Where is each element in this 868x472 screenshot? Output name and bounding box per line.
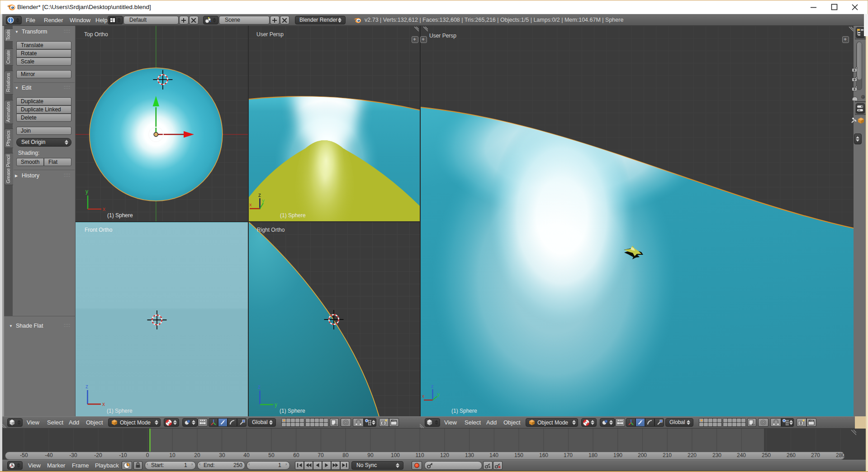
svg-text:x: x bbox=[103, 206, 105, 212]
svg-text:x: x bbox=[102, 401, 105, 407]
svg-text:z: z bbox=[85, 383, 88, 390]
svg-text:y: y bbox=[262, 198, 265, 203]
svg-text:x: x bbox=[422, 393, 425, 399]
svg-text:x: x bbox=[249, 202, 252, 207]
svg-text:z: z bbox=[431, 383, 434, 389]
svg-text:z: z bbox=[258, 384, 261, 390]
svg-text:y: y bbox=[437, 391, 440, 397]
svg-text:z: z bbox=[258, 192, 261, 198]
svg-text:y: y bbox=[275, 401, 277, 408]
svg-text:y: y bbox=[85, 188, 88, 195]
